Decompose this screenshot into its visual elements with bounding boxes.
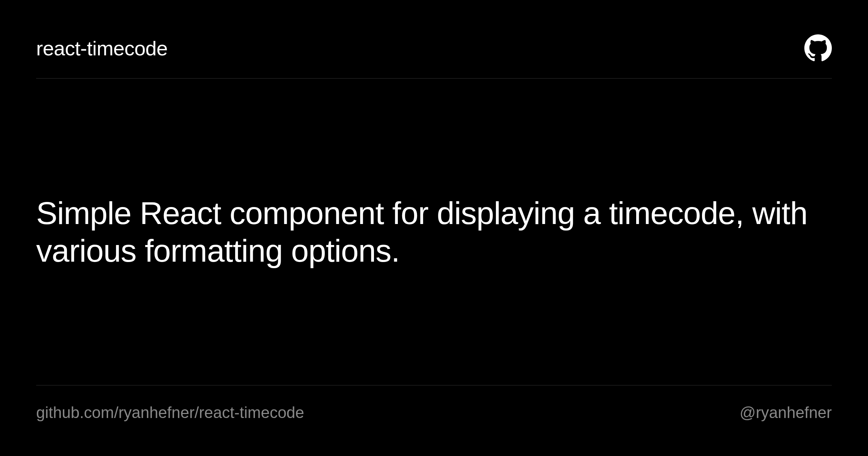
main-content: Simple React component for displaying a … [36, 79, 832, 385]
github-icon[interactable] [804, 34, 832, 62]
header: react-timecode [36, 34, 832, 79]
repo-description: Simple React component for displaying a … [36, 194, 832, 270]
footer: github.com/ryanhefner/react-timecode @ry… [36, 385, 832, 422]
author-handle: @ryanhefner [740, 404, 832, 422]
repo-title: react-timecode [36, 37, 167, 60]
repo-url: github.com/ryanhefner/react-timecode [36, 404, 304, 422]
